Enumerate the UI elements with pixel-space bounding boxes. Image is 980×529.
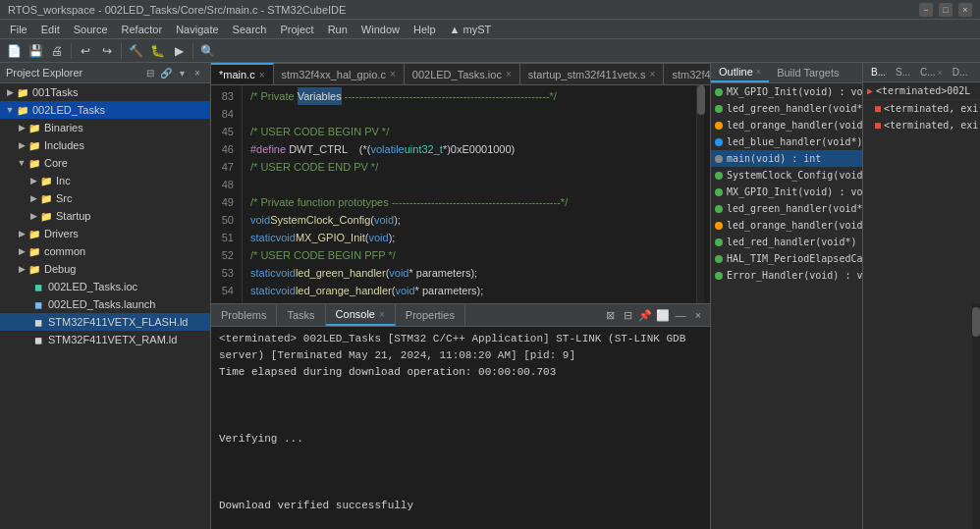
minimize-btn[interactable]: − — [919, 3, 933, 17]
far-right-tab-s[interactable]: S... — [892, 65, 914, 79]
far-right-tab-label-s: S... — [896, 67, 910, 78]
tree-item-ioc[interactable]: ▶ ◼ 002LED_Tasks.ioc — [0, 278, 210, 295]
outline-item-sysclock[interactable]: SystemClock_Config(void) : v — [711, 167, 862, 184]
tree-item-debug[interactable]: ▶ 📁 Debug — [0, 260, 210, 278]
console-tab-properties[interactable]: Properties — [396, 304, 465, 326]
outline-tab-close[interactable]: × — [756, 67, 761, 77]
outline-item-mx-gpio-init2[interactable]: MX_GPIO_Init(void) : void — [711, 184, 862, 200]
console-maximize-btn[interactable]: ⬜ — [655, 307, 671, 323]
tab-close-startup[interactable]: × — [650, 69, 656, 79]
console-close-btn[interactable]: × — [690, 307, 706, 323]
outline-tab-outline[interactable]: Outline × — [711, 63, 769, 82]
menu-edit[interactable]: Edit — [35, 23, 66, 36]
far-right-scrollbar-track[interactable] — [972, 303, 980, 529]
tree-item-001tasks[interactable]: ▶ 📁 001Tasks — [0, 83, 210, 101]
outline-item-hal-tim[interactable]: HAL_TIM_PeriodElapsedCall — [711, 250, 862, 267]
tab-close-main-c[interactable]: × — [259, 70, 265, 80]
tree-item-flash-ld[interactable]: ▶ ◼ STM32F411VETX_FLASH.ld — [0, 313, 210, 331]
console-tab-close-console[interactable]: × — [379, 309, 385, 320]
code-content[interactable]: /* Private Variables -------------------… — [243, 85, 696, 303]
menu-myst[interactable]: ▲ myST — [444, 23, 498, 36]
tab-close-hal-gpio[interactable]: × — [390, 69, 396, 79]
collapse-all-btn[interactable]: ⊟ — [143, 66, 157, 79]
far-right-tab-b[interactable]: B... — [867, 65, 890, 79]
folder-icon-binaries: 📁 — [27, 121, 41, 134]
console-tab-problems[interactable]: Problems — [211, 304, 277, 326]
tree-item-ram-ld[interactable]: ▶ ◼ STM32F411VETX_RAM.ld — [0, 331, 210, 348]
label-binaries: Binaries — [44, 122, 83, 133]
editor-scrollbar[interactable] — [696, 85, 704, 303]
tab-startup[interactable]: startup_stm32f411vetx.s × — [520, 63, 665, 84]
console-pin-btn[interactable]: 📌 — [637, 307, 653, 323]
search-btn[interactable]: 🔍 — [197, 41, 217, 61]
far-right-sub-2[interactable]: ■ <terminated, exi — [863, 117, 980, 133]
tree-item-src[interactable]: ▶ 📁 Src — [0, 189, 210, 207]
build-btn[interactable]: 🔨 — [126, 41, 145, 61]
link-editor-btn[interactable]: 🔗 — [159, 66, 173, 79]
menu-window[interactable]: Window — [355, 23, 406, 36]
undo-btn[interactable]: ↩ — [76, 41, 95, 61]
tab-hal-h[interactable]: stm32f4xx_hal.c × — [664, 63, 710, 84]
menu-source[interactable]: Source — [68, 23, 114, 36]
outline-item-mx-gpio-init[interactable]: MX_GPIO_Init(void) : void — [711, 83, 862, 100]
far-right-tab-close-c[interactable]: × — [938, 68, 943, 78]
tab-tasks-ioc[interactable]: 002LED_Tasks.ioc × — [405, 63, 520, 84]
menu-refactor[interactable]: Refactor — [116, 23, 169, 36]
far-right-sub-1[interactable]: ■ <terminated, exi — [863, 100, 980, 117]
menu-project[interactable]: Project — [274, 23, 319, 36]
redo-btn[interactable]: ↪ — [97, 41, 117, 61]
toolbar-sep-1 — [71, 43, 72, 59]
far-right-scrollbar-thumb[interactable] — [972, 307, 980, 337]
menu-help[interactable]: Help — [408, 23, 442, 36]
far-right-item-terminated[interactable]: ▶ <terminated>002L — [863, 82, 980, 100]
console-tab-tasks[interactable]: Tasks — [277, 304, 325, 326]
panel-close-btn[interactable]: × — [191, 66, 204, 79]
menu-search[interactable]: Search — [227, 23, 273, 36]
maximize-btn[interactable]: □ — [939, 3, 953, 17]
debug-btn[interactable]: 🐛 — [147, 41, 167, 61]
run-btn[interactable]: ▶ — [169, 41, 189, 61]
save-btn[interactable]: 💾 — [26, 41, 45, 61]
file-icon-launch: ◼ — [31, 297, 45, 311]
new-file-btn[interactable]: 📄 — [4, 41, 24, 61]
tree-item-launch[interactable]: ▶ ◼ 002LED_Tasks.launch — [0, 295, 210, 313]
code-line-50: void SystemClock_Config(void); — [250, 211, 688, 229]
outline-item-led-blue[interactable]: led_blue_handler(void*) : vo — [711, 133, 862, 150]
tree-item-inc[interactable]: ▶ 📁 Inc — [0, 172, 210, 189]
tree-item-includes[interactable]: ▶ 📁 Includes — [0, 136, 210, 154]
outline-item-error-handler[interactable]: Error_Handler(void) : void — [711, 267, 862, 284]
outline-item-main[interactable]: main(void) : int — [711, 150, 862, 167]
outline-item-led-orange2[interactable]: led_orange_handler(void*) : — [711, 217, 862, 234]
tree-item-startup[interactable]: ▶ 📁 Startup — [0, 207, 210, 225]
panel-menu-btn[interactable]: ▾ — [175, 66, 189, 79]
close-btn[interactable]: × — [958, 3, 972, 17]
tab-hal-gpio[interactable]: stm32f4xx_hal_gpio.c × — [274, 63, 405, 84]
far-right-tab-c[interactable]: C... × — [916, 65, 947, 79]
tree-item-core[interactable]: ▼ 📁 Core — [0, 154, 210, 172]
arrow-core: ▼ — [16, 157, 27, 169]
console-minimize-btn[interactable]: — — [673, 307, 688, 323]
outline-item-led-green[interactable]: led_green_handler(void*) : v — [711, 100, 862, 117]
console-clear-btn[interactable]: ⊠ — [602, 307, 618, 323]
console-tab-label-tasks: Tasks — [287, 309, 314, 321]
tree-item-common[interactable]: ▶ 📁 common — [0, 242, 210, 260]
console-tab-console[interactable]: Console × — [326, 304, 396, 326]
menu-navigate[interactable]: Navigate — [170, 23, 224, 36]
scrollbar-thumb[interactable] — [697, 85, 705, 115]
tree-item-drivers[interactable]: ▶ 📁 Drivers — [0, 225, 210, 242]
far-right-tab-d[interactable]: D... — [949, 65, 972, 79]
tab-main-c[interactable]: *main.c × — [211, 63, 274, 84]
outline-item-led-green2[interactable]: led_green_handler(void*) : v — [711, 200, 862, 217]
print-btn[interactable]: 🖨 — [47, 41, 67, 61]
outline-tab-build[interactable]: Build Targets — [769, 63, 846, 82]
tree-item-002ledtasks[interactable]: ▼ 📁 002LED_Tasks — [0, 101, 210, 119]
console-scroll-lock-btn[interactable]: ⊟ — [620, 307, 635, 323]
menu-file[interactable]: File — [4, 23, 33, 36]
tree-item-binaries[interactable]: ▶ 📁 Binaries — [0, 119, 210, 136]
outline-item-led-red2[interactable]: led_red_handler(void*) : vo — [711, 234, 862, 250]
tab-close-tasks-ioc[interactable]: × — [506, 69, 512, 79]
folder-icon-debug: 📁 — [27, 262, 41, 276]
outline-item-led-orange[interactable]: led_orange_handler(void*) : — [711, 117, 862, 133]
menu-run[interactable]: Run — [322, 23, 354, 36]
console-output: <terminated> 002LED_Tasks [STM32 C/C++ A… — [211, 327, 710, 529]
